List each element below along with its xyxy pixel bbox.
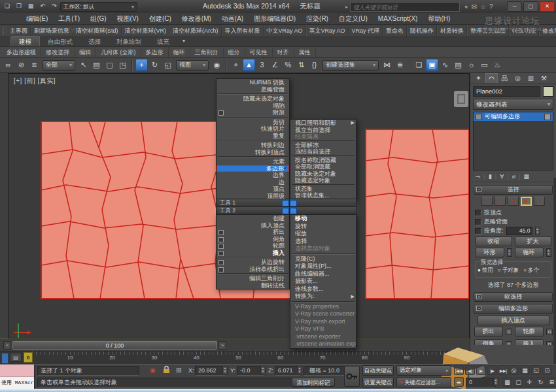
ribbon-subtab-7[interactable]: 细分	[224, 47, 245, 57]
zoom-icon[interactable]: ◎	[509, 365, 519, 375]
utilities-tab[interactable]: ⚒	[538, 73, 550, 83]
menu-item[interactable]: 视口照明和阴影▶	[290, 120, 356, 127]
script-button-6[interactable]: 中文VRay AO	[264, 25, 306, 37]
preview-subobject-radio[interactable]: ○子对象	[498, 267, 519, 274]
menu-item[interactable]: 剪切	[217, 119, 289, 126]
show-end-result-icon[interactable]: ▮	[489, 173, 492, 180]
menu-item[interactable]: 沿样条线挤出	[217, 266, 289, 273]
menu-6[interactable]: 动画(A)	[217, 13, 249, 25]
menu-item[interactable]: 全部取消隐藏	[290, 163, 356, 171]
menu-item[interactable]: 创建	[217, 215, 289, 222]
command-panel-scrollbar[interactable]	[553, 178, 556, 364]
menu-item[interactable]: 转换为:▶	[290, 293, 356, 301]
maximize-button[interactable]: ▢	[523, 1, 538, 12]
key-filters-button[interactable]: ∿ 关键点过滤器...	[396, 377, 451, 387]
graphite-toggle-icon[interactable]: ▣	[426, 59, 438, 71]
menu-item[interactable]: 倒角	[217, 236, 289, 243]
element-subobject-icon[interactable]: ❏	[534, 197, 545, 206]
menu-item[interactable]: 结束隔离	[290, 133, 356, 140]
menu-item[interactable]: 转换到边	[217, 142, 289, 149]
menu-item[interactable]: 忽略背面	[217, 86, 289, 93]
align-icon[interactable]: ≣	[394, 59, 406, 71]
expand-icon[interactable]	[476, 114, 482, 120]
named-sets-dropdown[interactable]: 创建选择集	[322, 60, 379, 71]
menu-item[interactable]: .vrscene animation exporter	[290, 340, 356, 348]
loop-button[interactable]: 循环	[515, 248, 544, 257]
keyboard-override-icon[interactable]: {}	[308, 59, 321, 71]
prev-frame-button[interactable]: <	[3, 341, 11, 350]
redo-icon[interactable]: ↷	[50, 2, 59, 10]
menu-0[interactable]: 编辑(E)	[21, 13, 53, 25]
set-keys-button[interactable]: 设置关键点	[362, 377, 394, 387]
stack-item-editable-poly[interactable]: 可编辑多边形	[474, 112, 553, 121]
track-bar-left-icon[interactable]	[1, 353, 9, 364]
menu-item[interactable]: 挤出	[217, 229, 289, 236]
expand-icon[interactable]: +	[476, 294, 481, 299]
settings-box-icon[interactable]	[218, 244, 224, 249]
pin-stack-icon[interactable]: ⊸	[476, 173, 481, 180]
menu-item[interactable]: 插入	[217, 250, 289, 257]
dope-sheet-icon[interactable]: ▤	[452, 59, 464, 71]
current-frame-field[interactable]: 0	[466, 378, 496, 387]
ribbon-dropdown-icon[interactable]: ▾	[182, 37, 185, 46]
visibility-icon[interactable]	[544, 114, 551, 120]
next-frame-button[interactable]: >	[218, 341, 226, 350]
pan-icon[interactable]: ✛	[525, 377, 534, 387]
menu-item[interactable]: 重复	[217, 133, 289, 140]
open-file-icon[interactable]: ❐	[14, 2, 24, 10]
go-to-end-icon[interactable]: ▶▶|	[498, 365, 508, 375]
unlink-selection-icon[interactable]: ⊘	[15, 59, 27, 71]
menu-item[interactable]: 插入顶点	[217, 222, 289, 229]
selection-filter-dropdown[interactable]: 全部	[43, 60, 75, 71]
prev-frame-icon[interactable]: ◀|	[465, 365, 475, 375]
vertex-subobject-icon[interactable]: ∴	[481, 197, 493, 206]
settings-box-icon[interactable]	[218, 230, 224, 235]
insert-button[interactable]: 插入	[515, 339, 544, 345]
script-button-13[interactable]: 特殊功能	[509, 25, 539, 37]
menu-item[interactable]: 摄影表...	[290, 278, 356, 286]
ribbon-tab-4[interactable]: 填充	[149, 37, 177, 46]
menu-item[interactable]: 旋转	[290, 223, 356, 231]
maxscript-mini-listener[interactable]: 使用 MAXScr	[0, 365, 35, 389]
loop-spinner[interactable]: ▲▼	[546, 248, 551, 257]
menu-item[interactable]: 从边旋转	[217, 259, 289, 266]
select-and-scale-icon[interactable]: ◱	[162, 59, 174, 71]
settings-box-icon[interactable]	[218, 251, 224, 256]
by-vertex-checkbox[interactable]	[475, 210, 481, 216]
ribbon-subtab-1[interactable]: 修改选择	[41, 47, 75, 57]
extrude-settings-icon[interactable]	[506, 329, 512, 335]
grow-button[interactable]: 扩大	[515, 237, 551, 246]
ribbon-subtab-8[interactable]: 可见性	[245, 47, 273, 57]
menu-1[interactable]: 工具(T)	[53, 13, 85, 25]
communication-center-icon[interactable]: ✉	[472, 3, 477, 11]
rollout-selection-header[interactable]: − 选择	[474, 185, 553, 195]
ring-button[interactable]: 环形	[476, 248, 504, 257]
menu-10[interactable]: MAXScript(X)	[373, 13, 423, 25]
menu-9[interactable]: 自定义(U)	[334, 13, 373, 25]
snap-toggle-icon[interactable]: ▲	[243, 59, 255, 71]
maximize-viewport-icon[interactable]: ⊞	[547, 377, 556, 387]
render-setup-icon[interactable]: ☼	[465, 59, 478, 71]
frame-spinner[interactable]: ▲▼	[493, 378, 498, 386]
menu-8[interactable]: 渲染(R)	[301, 13, 334, 25]
ref-coord-dropdown[interactable]: 视图	[176, 60, 209, 71]
script-button-7[interactable]: 英文VRay AO	[306, 25, 349, 37]
zoom-region-icon[interactable]: ⊡	[542, 365, 552, 375]
menu-item[interactable]: V-Ray VFB	[290, 325, 356, 333]
hierarchy-tab[interactable]: 品	[498, 73, 511, 83]
display-tab[interactable]: ▥	[525, 73, 537, 83]
menu-item[interactable]: 冻结当前选择	[290, 148, 356, 155]
time-slider-handle[interactable]: 0 / 100	[12, 341, 217, 350]
rendered-frame-icon[interactable]: ▭	[478, 59, 491, 71]
go-to-start-icon[interactable]: |◀◀	[454, 365, 464, 375]
menu-item[interactable]: 管理状态集...	[290, 192, 356, 199]
next-frame-icon[interactable]: |▶	[487, 365, 497, 375]
remove-modifier-icon[interactable]: ⌀	[512, 173, 515, 180]
use-pivot-icon[interactable]: ◉	[211, 59, 223, 71]
save-file-icon[interactable]: ▦	[26, 2, 35, 10]
search-binoculars-icon[interactable]: ⌖	[464, 3, 468, 11]
angle-snap-icon[interactable]: ∠	[269, 59, 281, 71]
ribbon-subtab-4[interactable]: 多边形	[141, 47, 169, 57]
menu-item[interactable]: 曲线编辑器...	[290, 270, 356, 278]
menu-2[interactable]: 组(G)	[85, 13, 111, 25]
